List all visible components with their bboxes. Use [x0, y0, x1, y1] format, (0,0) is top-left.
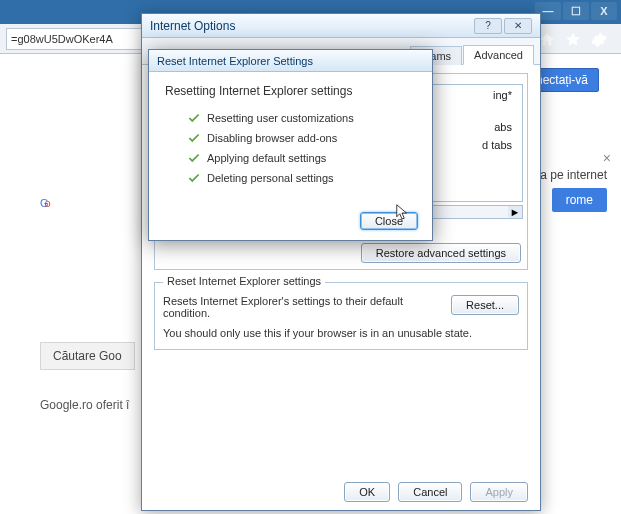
close-button[interactable]: X — [591, 2, 617, 20]
close-button[interactable]: ✕ — [504, 18, 532, 34]
reset-heading: Resetting Internet Explorer settings — [165, 84, 416, 98]
browser-toolbar-icons — [539, 32, 607, 50]
progress-item: Deleting personal settings — [187, 168, 416, 188]
progress-item: Applying default settings — [187, 148, 416, 168]
reset-ie-dialog: Reset Internet Explorer Settings Resetti… — [148, 49, 433, 241]
checkmark-icon — [187, 131, 201, 145]
close-icon[interactable]: × — [603, 150, 611, 166]
dialog-title: Internet Options — [150, 19, 235, 33]
reset-button[interactable]: Reset... — [451, 295, 519, 315]
reset-legend: Reset Internet Explorer settings — [163, 275, 325, 287]
apply-button: Apply — [470, 482, 528, 502]
reset-description: Resets Internet Explorer's settings to t… — [163, 295, 441, 319]
dialog-titlebar[interactable]: Reset Internet Explorer Settings — [149, 50, 432, 72]
dialog-title: Reset Internet Explorer Settings — [157, 55, 313, 67]
progress-list: Resetting user customizations Disabling … — [187, 108, 416, 188]
help-button[interactable]: ? — [474, 18, 502, 34]
reset-note: You should only use this if your browser… — [163, 327, 519, 339]
checkmark-icon — [187, 151, 201, 165]
checkmark-icon — [187, 171, 201, 185]
checkmark-icon — [187, 111, 201, 125]
dialog-body: Resetting Internet Explorer settings Res… — [149, 72, 432, 196]
gear-icon[interactable] — [591, 32, 607, 50]
restore-advanced-button[interactable]: Restore advanced settings — [361, 243, 521, 263]
dialog-titlebar[interactable]: Internet Options ? ✕ — [142, 14, 540, 38]
google-search-button[interactable]: Căutare Goo — [40, 342, 135, 370]
promo-button[interactable]: rome — [552, 188, 607, 212]
ok-button[interactable]: OK — [344, 482, 390, 502]
progress-item: Disabling browser add-ons — [187, 128, 416, 148]
progress-label: Applying default settings — [207, 152, 326, 164]
progress-item: Resetting user customizations — [187, 108, 416, 128]
address-input[interactable] — [6, 28, 156, 50]
scroll-right-icon[interactable]: ► — [508, 206, 522, 218]
cancel-button[interactable]: Cancel — [398, 482, 462, 502]
favorite-icon[interactable] — [565, 32, 581, 50]
close-button[interactable]: Close — [360, 212, 418, 230]
progress-label: Deleting personal settings — [207, 172, 334, 184]
tab-advanced[interactable]: Advanced — [463, 45, 534, 65]
progress-label: Resetting user customizations — [207, 112, 354, 124]
dialog-footer: OK Cancel Apply — [344, 482, 528, 502]
reset-group: Reset Internet Explorer settings Resets … — [154, 282, 528, 350]
maximize-button[interactable]: ☐ — [563, 2, 589, 20]
home-icon[interactable] — [539, 32, 555, 50]
window-controls: — ☐ X — [535, 2, 617, 20]
progress-label: Disabling browser add-ons — [207, 132, 337, 144]
